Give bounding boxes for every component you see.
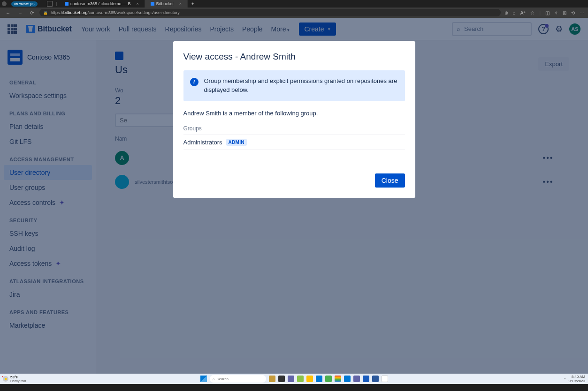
weather-widget[interactable]: 53°F Heavy rain: [3, 375, 26, 383]
group-name: Administrators: [183, 139, 222, 146]
forward-button[interactable]: →: [16, 10, 24, 15]
split-icon[interactable]: ◫: [545, 10, 550, 15]
new-tab-button[interactable]: +: [188, 1, 198, 6]
tab-favicon: [65, 2, 69, 6]
tab-favicon: [151, 2, 154, 6]
weather-icon: [3, 376, 8, 382]
tab-title: contoso-m365 / clouddemo — B: [70, 1, 131, 6]
modal-title: View access - Andrew Smith: [183, 52, 405, 62]
back-button[interactable]: ←: [4, 10, 12, 15]
taskbar-app-icon[interactable]: [306, 376, 313, 382]
favorite-icon[interactable]: ☆: [530, 10, 535, 15]
groups-column-header: Groups: [183, 125, 405, 135]
tab-overview-icon[interactable]: [47, 1, 53, 7]
zoom-icon[interactable]: ⊕: [504, 10, 508, 15]
url-input[interactable]: 🔒 https://bitbucket.org/contoso-m365/wor…: [39, 9, 501, 16]
inprivate-badge: InPrivate (2): [11, 1, 38, 7]
url-path: /contoso-m365/workspace/settings/user-di…: [88, 10, 180, 15]
view-access-modal: View access - Andrew Smith i Group membe…: [173, 41, 415, 198]
clock-date: 9/19/2023: [568, 379, 585, 383]
taskbar-app-icon[interactable]: [278, 376, 285, 382]
more-icon[interactable]: ⋯: [580, 10, 584, 15]
modal-description: Andrew Smith is a member of the followin…: [183, 110, 405, 117]
bitbucket-app: Bitbucket Your work Pull requests Reposi…: [0, 18, 588, 374]
taskbar-app-icon[interactable]: [288, 376, 294, 382]
temperature: 53°F: [10, 375, 26, 379]
start-button[interactable]: [200, 376, 207, 382]
tab-title: Bitbucket: [156, 1, 174, 6]
shopping-icon[interactable]: ⌂: [513, 10, 516, 15]
taskbar-app-icon[interactable]: [269, 376, 275, 382]
close-button[interactable]: Close: [375, 173, 405, 188]
group-row: Administrators ADMIN: [183, 135, 405, 150]
url-domain: bitbucket.org: [63, 10, 88, 15]
address-bar: ← → ⟳ 🔒 https://bitbucket.org/contoso-m3…: [0, 8, 588, 18]
modal-overlay[interactable]: View access - Andrew Smith i Group membe…: [0, 18, 588, 374]
taskbar-app-icon[interactable]: [335, 376, 341, 382]
admin-badge: ADMIN: [226, 139, 247, 146]
search-icon: ⌕: [213, 377, 215, 381]
taskbar-app-icon[interactable]: [325, 376, 332, 382]
taskbar-app-icon[interactable]: [353, 376, 360, 382]
browser-tab-1[interactable]: contoso-m365 / clouddemo — B ×: [59, 0, 145, 8]
info-icon: i: [190, 78, 199, 86]
refresh-button[interactable]: ⟳: [28, 10, 36, 15]
taskbar-search[interactable]: ⌕Search: [210, 375, 266, 383]
taskbar-app-icon[interactable]: [363, 376, 369, 382]
sync-icon[interactable]: ⟲: [571, 10, 575, 15]
weather-condition: Heavy rain: [10, 379, 26, 383]
close-icon[interactable]: ×: [137, 1, 139, 6]
windows-taskbar: 53°F Heavy rain ⌕Search ^ 8:40 AM 9/19/2…: [0, 374, 588, 384]
tray-chevron-icon[interactable]: ^: [564, 377, 566, 381]
browser-tab-2[interactable]: Bitbucket ×: [145, 0, 188, 8]
taskbar-app-icon[interactable]: [297, 376, 304, 382]
taskbar-app-icon[interactable]: [372, 376, 379, 382]
info-panel: i Group membership and explicit permissi…: [183, 70, 405, 101]
read-aloud-icon[interactable]: A⁺: [520, 10, 526, 15]
url-scheme: https://: [51, 10, 63, 15]
taskbar-app-icon[interactable]: [344, 376, 351, 382]
taskbar-app-icon[interactable]: [382, 376, 388, 382]
extensions-icon[interactable]: ⊞: [563, 10, 566, 15]
clock-time: 8:40 AM: [568, 375, 585, 379]
close-icon[interactable]: ×: [179, 1, 182, 6]
taskbar-app-icon[interactable]: [316, 376, 322, 382]
profile-icon: [2, 1, 7, 6]
collections-icon[interactable]: ✧: [554, 10, 558, 15]
browser-tab-bar: InPrivate (2) | contoso-m365 / clouddemo…: [0, 0, 588, 8]
info-text: Group membership and explicit permission…: [204, 77, 397, 93]
lock-icon: 🔒: [43, 11, 48, 15]
